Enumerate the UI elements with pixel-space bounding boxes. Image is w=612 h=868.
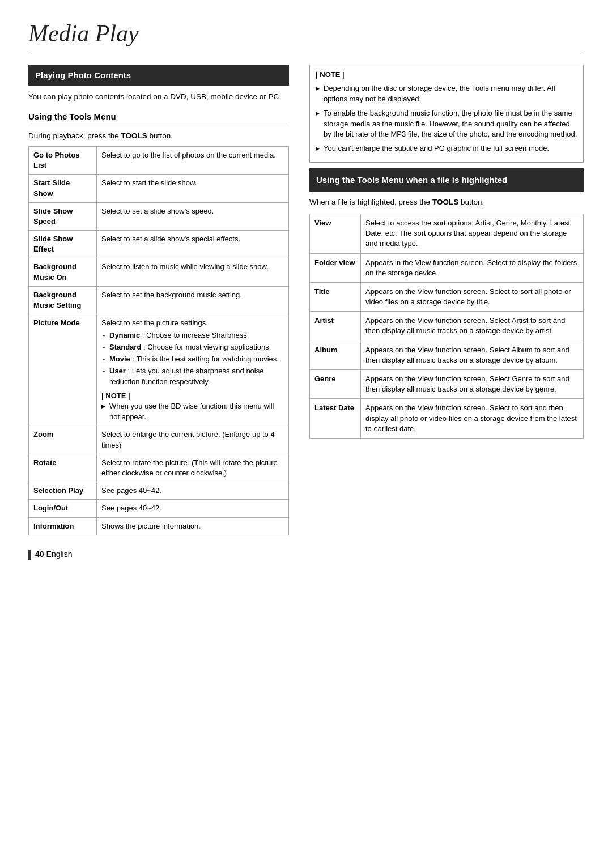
list-item: You can't enlarge the subtitle and PG gr… xyxy=(316,143,577,154)
row-desc: Select to go to the list of photos on th… xyxy=(97,146,289,174)
row-label: Album xyxy=(310,341,361,369)
row-label: Folder view xyxy=(310,253,361,282)
row-desc: Select to listen to music while viewing … xyxy=(97,258,289,286)
row-label: Selection Play xyxy=(29,482,97,500)
table-row: Latest Date Appears on the View function… xyxy=(310,399,584,439)
table-row: Go to PhotosList Select to go to the lis… xyxy=(29,146,289,174)
row-label: Start SlideShow xyxy=(29,175,97,202)
right-column: | NOTE | Depending on the disc or storag… xyxy=(309,65,584,535)
table-row: Picture Mode Select to set the picture s… xyxy=(29,314,289,426)
list-item: Depending on the disc or storage device,… xyxy=(316,83,577,105)
press-tools-text: During playback, press the TOOLS button. xyxy=(28,131,289,142)
tools-keyword: TOOLS xyxy=(121,131,147,140)
row-label: Slide ShowSpeed xyxy=(29,202,97,230)
row-desc: Select to rotate the picture. (This will… xyxy=(97,454,289,482)
table-row: Slide ShowEffect Select to set a slide s… xyxy=(29,231,289,258)
row-desc: Select to access the sort options: Artis… xyxy=(361,214,584,253)
table-row: BackgroundMusic On Select to listen to m… xyxy=(29,258,289,286)
note-list: Depending on the disc or storage device,… xyxy=(316,83,577,154)
table-row: Selection Play See pages 40~42. xyxy=(29,482,289,500)
picture-mode-list: Dynamic : Choose to increase Sharpness. … xyxy=(101,330,284,387)
row-label: Latest Date xyxy=(310,399,361,439)
row-desc: Select to set a slide show's speed. xyxy=(97,202,289,230)
table-row: Start SlideShow Select to start the slid… xyxy=(29,175,289,202)
highlighted-header: Using the Tools Menu when a file is high… xyxy=(309,168,584,192)
row-label: Rotate xyxy=(29,454,97,482)
note-label: | NOTE | xyxy=(316,70,577,80)
list-item: To enable the background music function,… xyxy=(316,108,577,141)
inner-note: | NOTE | When you use the BD wise functi… xyxy=(101,391,284,423)
footer-lang: English xyxy=(46,549,73,560)
right-tools-table: View Select to access the sort options: … xyxy=(309,214,584,439)
intro-text: You can play photo contents located on a… xyxy=(28,91,289,103)
row-desc: See pages 40~42. xyxy=(97,482,289,500)
row-desc: Appears in the View function screen. Sel… xyxy=(361,253,584,282)
when-file-text: When a file is highlighted, press the TO… xyxy=(309,197,584,208)
row-desc: Appears on the View function screen. Sel… xyxy=(361,341,584,369)
row-desc: Select to start the slide show. xyxy=(97,175,289,202)
table-row: Folder view Appears in the View function… xyxy=(310,253,584,282)
row-label: Slide ShowEffect xyxy=(29,231,97,258)
table-row: Information Shows the picture informatio… xyxy=(29,517,289,535)
table-row: Zoom Select to enlarge the current pictu… xyxy=(29,426,289,454)
tools-keyword-right: TOOLS xyxy=(432,198,458,206)
row-desc: Select to enlarge the current picture. (… xyxy=(97,426,289,454)
left-tools-table: Go to PhotosList Select to go to the lis… xyxy=(28,146,289,535)
table-row: Title Appears on the View function scree… xyxy=(310,282,584,311)
row-label: Title xyxy=(310,282,361,311)
inner-note-label: | NOTE | xyxy=(101,391,284,401)
row-desc-picture: Select to set the picture settings. Dyna… xyxy=(97,314,289,426)
table-row: Album Appears on the View function scree… xyxy=(310,341,584,369)
row-label: BackgroundMusic Setting xyxy=(29,286,97,314)
list-item: Movie : This is the best setting for wat… xyxy=(101,354,284,365)
playing-photo-header: Playing Photo Contents xyxy=(28,65,289,86)
table-row: Artist Appears on the View function scre… xyxy=(310,312,584,341)
table-row: View Select to access the sort options: … xyxy=(310,214,584,253)
row-label: Information xyxy=(29,517,97,535)
row-label: Picture Mode xyxy=(29,314,97,426)
page-title: Media Play xyxy=(28,17,584,54)
list-item: Dynamic : Choose to increase Sharpness. xyxy=(101,330,284,341)
row-desc: See pages 40~42. xyxy=(97,500,289,517)
list-item: When you use the BD wise function, this … xyxy=(101,401,284,423)
row-desc: Shows the picture information. xyxy=(97,517,289,535)
tools-menu-title: Using the Tools Menu xyxy=(28,110,289,122)
list-item: Standard : Choose for most viewing appli… xyxy=(101,342,284,353)
row-desc: Appears on the View function screen. Sel… xyxy=(361,370,584,399)
table-row: Genre Appears on the View function scree… xyxy=(310,370,584,399)
table-row: Rotate Select to rotate the picture. (Th… xyxy=(29,454,289,482)
table-row: Slide ShowSpeed Select to set a slide sh… xyxy=(29,202,289,230)
row-label: Go to PhotosList xyxy=(29,146,97,174)
footer-bar xyxy=(28,550,31,560)
row-label: Genre xyxy=(310,370,361,399)
row-label: Artist xyxy=(310,312,361,341)
row-label: View xyxy=(310,214,361,253)
row-label: BackgroundMusic On xyxy=(29,258,97,286)
row-desc: Select to set the background music setti… xyxy=(97,286,289,314)
row-desc: Appears on the View function screen. Sel… xyxy=(361,312,584,341)
note-box: | NOTE | Depending on the disc or storag… xyxy=(309,65,584,163)
table-row: Login/Out See pages 40~42. xyxy=(29,500,289,517)
table-row: BackgroundMusic Setting Select to set th… xyxy=(29,286,289,314)
row-desc: Appears on the View function screen. Sel… xyxy=(361,282,584,311)
page-footer: 40 English xyxy=(28,549,584,560)
page-number: 40 xyxy=(35,549,44,560)
list-item: User : Lets you adjust the sharpness and… xyxy=(101,366,284,388)
row-desc: Appears on the View function screen. Sel… xyxy=(361,399,584,439)
row-label: Zoom xyxy=(29,426,97,454)
row-label: Login/Out xyxy=(29,500,97,517)
row-desc: Select to set a slide show's special eff… xyxy=(97,231,289,258)
inner-note-list: When you use the BD wise function, this … xyxy=(101,401,284,423)
left-column: Playing Photo Contents You can play phot… xyxy=(28,65,289,535)
